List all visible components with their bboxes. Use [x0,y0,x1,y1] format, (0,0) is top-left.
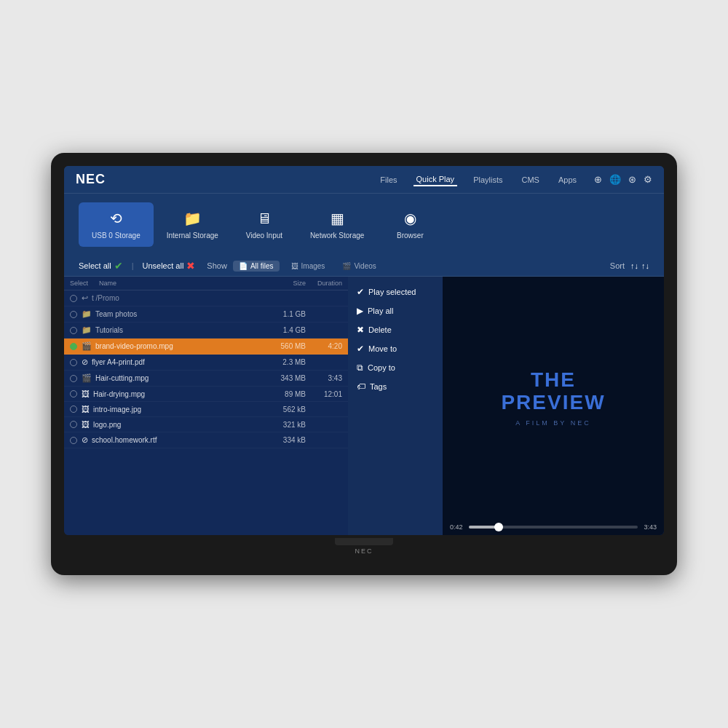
tv-brand-bottom: NEC [355,547,373,555]
file-row-flyer[interactable]: ⊘ flyer A4-print.pdf 2.3 MB [64,355,348,371]
all-files-label: All files [250,262,274,270]
filter-images[interactable]: 🖼 Images [285,261,331,272]
nav-files[interactable]: Files [377,174,400,186]
network-label: Network Storage [310,232,364,240]
nav-quickplay[interactable]: Quick Play [414,173,458,186]
file-size-hair-cutting: 343 MB [258,374,306,382]
ctx-play-all-label: Play all [368,306,393,315]
settings-icon[interactable]: ⚙ [644,174,652,185]
ctx-move-to[interactable]: ✔ Move to [354,342,437,355]
select-all-button[interactable]: Select all ✔ [79,260,123,272]
ctx-delete-label: Delete [368,325,392,334]
delete-icon: ✖ [357,325,364,335]
radio-intro-image[interactable] [70,405,77,413]
main-content: Select Name Size Duration ↩ t /Promo 📁 [64,277,664,535]
ctx-delete[interactable]: ✖ Delete [354,323,437,336]
radio-back[interactable] [70,295,77,302]
file-row-team-photos[interactable]: 📁 Team photos 1.1 GB [64,306,348,323]
progress-thumb[interactable] [494,523,503,531]
ctx-play-all[interactable]: ▶ Play all [354,304,437,317]
image-icon-logo: 🖼 [82,420,90,429]
video-controls: 0:42 3:43 [443,519,664,535]
nec-logo: NEC [76,172,106,187]
storage-browser[interactable]: ◉ Browser [377,202,443,247]
storage-internal[interactable]: 📁 Internal Storage [154,202,232,247]
folder-icon-tutorials: 📁 [82,325,92,335]
usb-label: USB 0 Storage [92,232,141,240]
unselect-all-button[interactable]: Unselect all ✖ [143,260,196,272]
storage-row: ⟲ USB 0 Storage 📁 Internal Storage 🖥 Vid… [64,194,664,256]
file-name-tutorials: Tutorials [95,326,258,334]
file-name-intro-image: intro-image.jpg [93,405,258,414]
storage-network[interactable]: ▦ Network Storage [297,202,377,247]
play-selected-icon: ✔ [357,287,364,297]
radio-hair-drying[interactable] [70,390,77,397]
ctx-play-selected-label: Play selected [368,288,416,296]
radio-school-hw[interactable] [70,437,77,444]
add-icon[interactable]: ⊕ [594,174,602,185]
show-label: Show [207,261,227,270]
file-size-logo: 321 kB [258,421,306,429]
radio-team-photos[interactable] [70,311,77,318]
storage-video-input[interactable]: 🖥 Video Input [232,203,297,247]
back-icon: ↩ [82,293,88,303]
time-total: 3:43 [644,523,657,531]
radio-brand-video[interactable] [70,343,77,350]
storage-usb[interactable]: ⟲ USB 0 Storage [79,202,154,247]
ctx-tags[interactable]: 🏷 Tags [354,380,437,393]
video-icon-brand: 🎬 [82,341,92,351]
file-list-header: Select Name Size Duration [64,277,348,290]
file-size-brand-video: 560 MB [258,342,306,350]
filter-all-files[interactable]: 📄 All files [233,261,280,272]
ctx-play-selected[interactable]: ✔ Play selected [354,285,437,298]
tv-outer: NEC Files Quick Play Playlists CMS Apps … [51,153,677,575]
wifi-icon[interactable]: ⊛ [628,174,636,185]
radio-tutorials[interactable] [70,327,77,334]
tv-stand [335,538,393,545]
radio-logo[interactable] [70,421,77,428]
network-icon: ▦ [331,210,344,227]
preview-title-line2: PREVIEW [501,392,605,414]
file-size-flyer: 2.3 MB [258,358,306,366]
nav-apps[interactable]: Apps [555,174,579,186]
x-icon: ✖ [186,260,195,272]
file-row-logo[interactable]: 🖼 logo.png 321 kB [64,417,348,432]
unselect-all-label: Unselect all [143,261,184,270]
nav-bar: Files Quick Play Playlists CMS Apps [377,173,579,186]
header-duration: Duration [306,280,342,287]
file-name-school-hw: school.homework.rtf [92,436,258,444]
radio-hair-cutting[interactable] [70,375,77,382]
file-row-intro-image[interactable]: 🖼 intro-image.jpg 562 kB [64,402,348,417]
file-row-hair-drying[interactable]: 🖼 Hair-drying.mpg 89 MB 12:01 [64,387,348,402]
preview-subtitle: A FILM BY NEC [515,419,590,427]
file-name-back: t /Promo [92,294,258,302]
nav-playlists[interactable]: Playlists [470,174,505,186]
videos-label: Videos [354,262,376,270]
ctx-copy-to[interactable]: ⧉ Copy to [354,361,437,374]
file-row-school-hw[interactable]: ⊘ school.homework.rtf 334 kB [64,432,348,448]
globe-icon[interactable]: 🌐 [609,174,621,185]
video-input-label: Video Input [246,232,282,240]
preview-panel: THE PREVIEW A FILM BY NEC 0:42 3:43 [443,277,664,535]
file-row-tutorials[interactable]: 📁 Tutorials 1.4 GB [64,323,348,339]
file-row-brand-video[interactable]: 🎬 brand-video-promo.mpg 560 MB 4:20 [64,339,348,355]
sort-asc-icon[interactable]: ↑↓ [630,261,638,270]
file-row-hair-cutting[interactable]: 🎬 Hair-cutting.mpg 343 MB 3:43 [64,371,348,387]
file-row-back[interactable]: ↩ t /Promo [64,290,348,306]
radio-flyer[interactable] [70,359,77,366]
file-name-hair-cutting: Hair-cutting.mpg [95,374,258,382]
progress-bar[interactable] [469,526,638,529]
file-list-panel: Select Name Size Duration ↩ t /Promo 📁 [64,277,348,535]
sort-icons[interactable]: ↑↓ ↑↓ [630,261,649,270]
ctx-copy-to-label: Copy to [368,363,395,372]
ctx-move-to-label: Move to [368,344,397,353]
filter-videos[interactable]: 🎬 Videos [336,261,381,272]
file-size-tutorials: 1.4 GB [258,326,306,334]
header-size: Size [258,280,306,287]
nav-cms[interactable]: CMS [518,174,542,186]
usb-icon: ⟲ [110,210,122,227]
file-size-intro-image: 562 kB [258,405,306,414]
folder-icon: 📁 [183,210,202,227]
browser-icon: ◉ [404,210,416,227]
sort-desc-icon[interactable]: ↑↓ [641,261,649,270]
